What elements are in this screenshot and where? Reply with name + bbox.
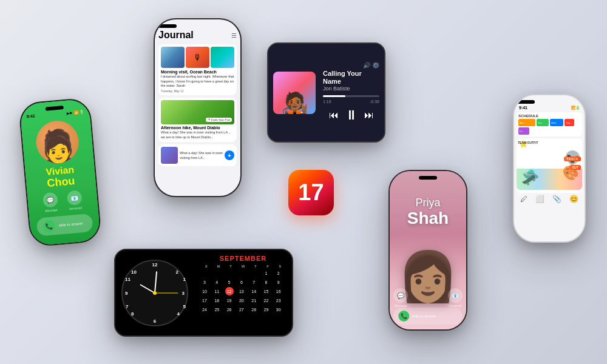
center-dot [153, 291, 157, 295]
cal-header-m: M [212, 265, 224, 268]
toolbar-icon-4[interactable]: 😊 [569, 195, 578, 203]
notch [419, 176, 437, 180]
clock-4: 4 [177, 311, 180, 317]
stickers-area: TEAM OUTFIT ⭐ 👽 🛸 🎨 🛹 TRACK OUT [517, 138, 582, 193]
ios17-icon: 17 [288, 170, 334, 215]
entry3-row: What a day! She was in town visiting fro… [161, 147, 234, 164]
team-label: TEAM OUTFIT [518, 141, 538, 144]
clock-6: 6 [154, 318, 156, 324]
track-badge: TRACK [564, 157, 581, 161]
journal-menu-icon[interactable]: ☰ [231, 32, 237, 39]
cal-8: 8 [262, 278, 270, 286]
toolbar-icon-1[interactable]: 🖊 [520, 195, 527, 203]
caller-last-name: Chou [47, 175, 76, 190]
clock-7: 7 [126, 304, 128, 309]
freeform-bottom-bar: 🖊 ⬜ 📎 😊 [517, 193, 582, 205]
answer-icon: 📞 [42, 220, 56, 233]
cal-26: 26 [225, 305, 234, 314]
cal-23: 23 [274, 296, 283, 305]
add-button[interactable]: + [225, 150, 234, 160]
slide-text: slide to answer [58, 221, 83, 227]
phone-priya: Priya Shah 👩🏽 💬 Message 📧 Voicemail 📞 sl… [388, 170, 467, 331]
cal-12-today: 12 [225, 287, 234, 295]
status-icons: ▶▶ 📶 🔋 [66, 109, 84, 115]
journal-photo-podcast: 🎙 [186, 47, 209, 68]
cal-24: 24 [200, 305, 209, 314]
clock-11: 11 [125, 277, 131, 282]
calendar-grid: S M T W T F S 1 2 3 4 [200, 265, 286, 314]
journal-entry-3[interactable]: What a day! She was in town visiting fro… [158, 144, 237, 166]
voicemail-btn[interactable]: 📧 Voicemail [448, 288, 463, 308]
notch [158, 24, 177, 28]
voicemail-action[interactable]: 📧 Voicemail [67, 190, 83, 211]
second-hand [155, 292, 178, 293]
answer-icon: 📞 [398, 311, 409, 322]
phone-journal: Journal ☰ 🎙 Morning visit, Ocean Beach I… [154, 18, 242, 197]
cal-25: 25 [212, 305, 221, 314]
clock-1: 1 [183, 277, 186, 282]
cal-10: 10 [200, 287, 209, 295]
clock-circle: 12 3 6 9 2 10 4 8 1 11 5 7 [121, 260, 188, 326]
calendar-month: SEPTEMBER [200, 255, 286, 262]
schedule-block-5: Fri [518, 127, 529, 135]
message-action[interactable]: 💬 Message [42, 192, 59, 213]
music-controls: ⏮ ⏸ ⏭ [323, 107, 379, 123]
phone-freeform: 9:41 📶🔋 SCHEDULE Mon Tue Wed Thu Fri TEA… [513, 94, 586, 243]
song-title: Calling Your Name [323, 70, 379, 86]
map-badge: 📍 Diablo State Park [206, 118, 232, 122]
journal-entry-1[interactable]: 🎙 Morning visit, Ocean Beach I dreamed a… [158, 44, 237, 95]
message-icon: 💬 [42, 192, 58, 208]
status-bar: 9:41 ▶▶ 📶 🔋 [24, 109, 86, 119]
entry2-title: Afternoon hike, Mount Diablo [161, 126, 234, 130]
cal-21: 21 [249, 296, 258, 305]
voicemail-icon: 📧 [67, 190, 83, 206]
clock-8: 8 [131, 311, 134, 317]
entry3-text: What a day! She was in town visiting fro… [180, 151, 223, 160]
journal-entry-2[interactable]: 📍 Diablo State Park Afternoon hike, Moun… [158, 98, 237, 142]
slide-to-answer[interactable]: 📞 slide to answer [393, 308, 462, 325]
schedule-block-1: Mon [518, 119, 535, 126]
schedule-blocks: Mon Tue Wed Thu Fri [518, 119, 580, 135]
cal-1: 1 [262, 269, 270, 277]
album-art: 🧑🏾‍🎤 [273, 72, 316, 114]
progress-bar[interactable] [323, 95, 379, 97]
schedule-block-4: Thu [565, 119, 574, 126]
notch [517, 100, 535, 104]
cal-11: 11 [212, 287, 221, 295]
cal-17: 17 [200, 296, 209, 305]
cal-header-t1: T [225, 265, 237, 268]
cal-20: 20 [237, 296, 246, 305]
cal-18: 18 [212, 296, 221, 305]
message-label: Message [45, 208, 58, 213]
calendar-section: SEPTEMBER S M T W T F S 1 2 [194, 250, 292, 335]
priya-call-actions: 💬 Message 📧 Voicemail [393, 288, 462, 308]
entry1-text: I dreamed about surfing last night. When… [161, 75, 234, 89]
pause-button[interactable]: ⏸ [345, 107, 358, 123]
cal-19: 19 [225, 296, 234, 305]
time-remaining: -0:39 [370, 99, 379, 104]
fast-forward-button[interactable]: ⏭ [364, 110, 374, 121]
toolbar-icon-2[interactable]: ⬜ [535, 195, 544, 203]
ios17-number: 17 [298, 180, 324, 206]
volume-icon[interactable]: 🔊 ⚙️ [323, 62, 379, 69]
notch [46, 106, 64, 111]
artist-name: Jon Batiste [323, 86, 379, 92]
journal-photos: 🎙 [161, 47, 234, 68]
clock-face: 12 3 6 9 2 10 4 8 1 11 5 7 [115, 250, 194, 335]
avatar: 🧑 [35, 119, 81, 165]
clock-12: 12 [152, 262, 158, 268]
slide-to-answer[interactable]: 📞 slide to answer [36, 214, 93, 237]
toolbar-icon-3[interactable]: 📎 [552, 195, 561, 203]
cal-27: 27 [237, 305, 246, 314]
cal-22: 22 [262, 296, 270, 305]
voicemail-icon: 📧 [448, 288, 463, 303]
cal-14: 14 [249, 287, 258, 295]
schedule-section: SCHEDULE Mon Tue Wed Thu Fri [517, 112, 582, 136]
phone-vivian: 9:41 ▶▶ 📶 🔋 🧑 Vivian Chou 💬 Message 📧 [18, 97, 102, 247]
rewind-button[interactable]: ⏮ [329, 110, 339, 121]
message-icon: 💬 [393, 288, 408, 303]
message-btn[interactable]: 💬 Message [393, 288, 408, 308]
status-icons: 📶🔋 [571, 106, 580, 110]
color-strip [517, 169, 582, 190]
progress-fill [323, 95, 345, 97]
